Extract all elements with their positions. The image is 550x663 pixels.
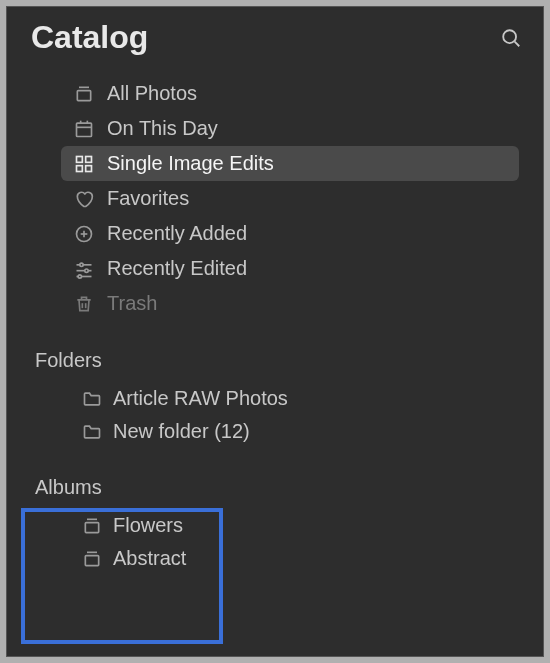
catalog-item-label: Favorites <box>107 187 189 210</box>
catalog-item-label: All Photos <box>107 82 197 105</box>
catalog-item-label: Trash <box>107 292 157 315</box>
albums-section-label: Albums <box>7 448 543 509</box>
folders-list: Article RAW Photos New folder (12) <box>7 382 543 448</box>
svg-rect-9 <box>86 156 92 162</box>
plus-circle-icon <box>73 223 95 245</box>
stack-icon <box>81 548 103 570</box>
catalog-item-single-image-edits[interactable]: Single Image Edits <box>61 146 519 181</box>
svg-rect-23 <box>85 522 98 532</box>
albums-list: Flowers Abstract <box>7 509 543 575</box>
catalog-item-on-this-day[interactable]: On This Day <box>61 111 519 146</box>
svg-rect-10 <box>77 165 83 171</box>
svg-point-20 <box>78 274 81 277</box>
svg-rect-11 <box>86 165 92 171</box>
stack-icon <box>81 515 103 537</box>
catalog-item-label: Recently Added <box>107 222 247 245</box>
svg-rect-4 <box>77 123 92 136</box>
catalog-item-recently-added[interactable]: Recently Added <box>61 216 519 251</box>
search-icon <box>500 27 522 49</box>
heart-icon <box>73 188 95 210</box>
album-item-label: Abstract <box>113 547 186 570</box>
album-item[interactable]: Abstract <box>69 542 519 575</box>
folder-icon <box>81 388 103 410</box>
catalog-item-label: On This Day <box>107 117 218 140</box>
catalog-item-favorites[interactable]: Favorites <box>61 181 519 216</box>
panel-title: Catalog <box>31 19 148 56</box>
folder-item-label: New folder (12) <box>113 420 250 443</box>
folder-item-label: Article RAW Photos <box>113 387 288 410</box>
catalog-item-label: Single Image Edits <box>107 152 274 175</box>
catalog-item-trash[interactable]: Trash <box>61 286 519 321</box>
grid-icon <box>73 153 95 175</box>
svg-rect-25 <box>85 555 98 565</box>
folders-section-label: Folders <box>7 321 543 382</box>
catalog-item-all-photos[interactable]: All Photos <box>61 76 519 111</box>
album-item-label: Flowers <box>113 514 183 537</box>
trash-icon <box>73 293 95 315</box>
svg-point-0 <box>503 30 516 43</box>
svg-point-18 <box>85 269 88 272</box>
folder-icon <box>81 421 103 443</box>
album-item[interactable]: Flowers <box>69 509 519 542</box>
folder-item[interactable]: Article RAW Photos <box>69 382 519 415</box>
stack-icon <box>73 83 95 105</box>
catalog-list: All Photos On This Day Single Image Edit… <box>7 76 543 321</box>
catalog-panel: Catalog All Photos <box>6 6 544 657</box>
svg-point-16 <box>80 263 83 266</box>
svg-rect-2 <box>77 90 90 100</box>
sliders-icon <box>73 258 95 280</box>
search-button[interactable] <box>497 24 525 52</box>
folder-item[interactable]: New folder (12) <box>69 415 519 448</box>
panel-header: Catalog <box>7 7 543 76</box>
catalog-item-recently-edited[interactable]: Recently Edited <box>61 251 519 286</box>
svg-line-1 <box>515 41 520 46</box>
calendar-icon <box>73 118 95 140</box>
svg-rect-8 <box>77 156 83 162</box>
catalog-item-label: Recently Edited <box>107 257 247 280</box>
